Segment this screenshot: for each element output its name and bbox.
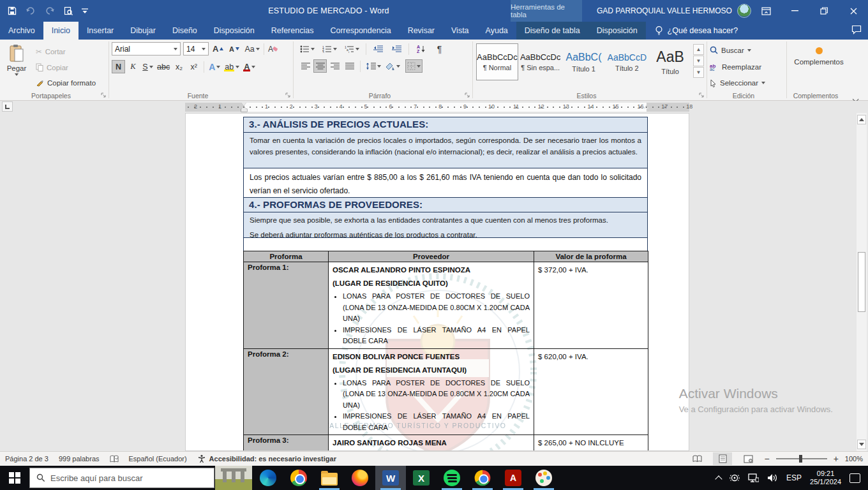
font-size-select[interactable]: 14 <box>183 42 209 56</box>
align-right-button[interactable] <box>328 59 341 73</box>
section4-heading-block[interactable]: 4.- PROFORMAS DE PROVEEDORES: <box>243 197 648 212</box>
row3-value[interactable]: $ 265,00 + NO INLCLUYE <box>534 435 648 452</box>
print-preview-icon[interactable] <box>64 6 73 15</box>
network-icon[interactable] <box>748 473 759 482</box>
line-spacing-button[interactable] <box>364 59 382 73</box>
clear-formatting-button[interactable]: A <box>267 42 280 56</box>
print-layout-button[interactable] <box>713 452 732 465</box>
taskbar-paint-app[interactable] <box>528 466 559 490</box>
row2-provider-cell[interactable]: EDISON BOLIVAR PONCE FUENTES (LUGAR DE R… <box>329 348 534 435</box>
vertical-scrollbar[interactable] <box>857 113 867 451</box>
copy-button[interactable]: Copiar <box>36 61 96 75</box>
minimize-button[interactable] <box>780 0 809 22</box>
row3-label[interactable]: Proforma 3: <box>244 435 329 452</box>
taskbar-clock[interactable]: 09:21 25/1/2024 <box>810 470 841 486</box>
borders-button[interactable] <box>405 59 423 73</box>
taskbar-acrobat[interactable]: A <box>498 466 528 490</box>
header-proveedor[interactable]: Proveedor <box>329 251 534 262</box>
tab-diseno[interactable]: Diseño <box>164 22 206 40</box>
tab-ayuda[interactable]: Ayuda <box>477 22 516 40</box>
scroll-down-button[interactable] <box>857 440 866 449</box>
tab-diseno-de-tabla[interactable]: Diseño de tabla <box>516 22 588 40</box>
taskbar-file-explorer[interactable] <box>314 466 345 490</box>
account-area[interactable]: GAD PARROQUIAL VALLE HERMOSO <box>597 0 751 22</box>
row2-label[interactable]: Proforma 2: <box>244 348 329 435</box>
row2-value[interactable]: $ 620,00 + IVA. <box>534 348 648 435</box>
style-sin-espaciado[interactable]: AaBbCcDc¶ Sin espa... <box>520 43 562 80</box>
find-button[interactable]: Buscar <box>710 43 784 57</box>
tab-stop-selector[interactable] <box>2 101 13 112</box>
increase-indent-button[interactable] <box>390 42 403 56</box>
proformas-table[interactable]: Proforma Proveedor Valor de la proforma … <box>243 251 648 451</box>
shrink-font-button[interactable]: A <box>227 42 241 56</box>
header-valor[interactable]: Valor de la proforma <box>534 251 648 262</box>
style-titulo[interactable]: AaBTítulo <box>649 43 691 80</box>
read-mode-button[interactable] <box>687 452 707 465</box>
zoom-slider-thumb[interactable] <box>799 455 802 463</box>
tab-disposicion-tabla[interactable]: Disposición <box>588 22 646 40</box>
save-icon[interactable] <box>8 6 17 15</box>
grow-font-button[interactable]: A <box>211 42 225 56</box>
taskbar-spotify[interactable] <box>437 466 467 490</box>
multilevel-list-button[interactable]: 1ai <box>343 42 361 56</box>
style-normal[interactable]: AaBbCcDc¶ Normal <box>476 43 518 80</box>
avatar[interactable] <box>737 4 751 18</box>
decrease-indent-button[interactable] <box>371 42 385 56</box>
align-left-button[interactable] <box>299 59 312 73</box>
styles-scroll-down[interactable]: ▼ <box>693 56 704 66</box>
taskbar-excel[interactable]: X <box>406 466 437 490</box>
scrollbar-thumb[interactable] <box>858 252 865 312</box>
section4-body-block[interactable]: Siempre que sea posible, se exhorta a la… <box>243 212 648 238</box>
sort-button[interactable]: AZ <box>414 42 428 56</box>
tell-me-box[interactable]: ¿Qué desea hacer? <box>646 22 747 40</box>
tab-dibujar[interactable]: Dibujar <box>122 22 164 40</box>
superscript-button[interactable]: x² <box>187 60 200 73</box>
taskbar-firefox[interactable] <box>345 466 375 490</box>
collapse-ribbon-icon[interactable] <box>855 93 863 98</box>
meet-now-icon[interactable] <box>730 473 740 482</box>
zoom-slider[interactable] <box>776 458 827 459</box>
fuente-dialog-launcher[interactable] <box>285 93 291 98</box>
tab-insertar[interactable]: Insertar <box>79 22 122 40</box>
feedback-icon[interactable] <box>851 25 862 34</box>
numbering-button[interactable]: 123 <box>321 42 338 56</box>
action-center-icon[interactable] <box>849 473 860 483</box>
accessibility-status[interactable]: Accesibilidad: es necesario investigar <box>197 454 336 463</box>
replace-button[interactable]: abacReemplazar <box>710 60 784 74</box>
restore-button[interactable] <box>809 0 839 22</box>
section3-body-block[interactable]: Tomar en cuenta la variación de precios … <box>243 132 648 168</box>
font-name-select[interactable]: Arial <box>112 42 181 56</box>
styles-scroll-up[interactable]: ▲ <box>693 44 704 55</box>
row3-provider-cell[interactable]: JAIRO SANTIAGO ROJAS MENA <box>329 435 534 452</box>
estilos-dialog-launcher[interactable] <box>699 93 705 98</box>
volume-icon[interactable] <box>767 473 778 482</box>
justify-button[interactable] <box>343 59 356 73</box>
blank-paragraph[interactable] <box>243 237 648 251</box>
font-color-button[interactable]: A <box>242 60 257 73</box>
show-marks-button[interactable]: ¶ <box>433 42 446 56</box>
page-indicator[interactable]: Página 2 de 3 <box>5 455 49 463</box>
header-proforma[interactable]: Proforma <box>244 251 329 262</box>
taskbar-search[interactable]: Escribe aquí para buscar <box>29 468 214 488</box>
zoom-in-button[interactable]: + <box>834 454 839 464</box>
start-button[interactable] <box>0 466 29 490</box>
shading-button[interactable] <box>384 59 401 73</box>
change-case-button[interactable]: Aa <box>243 42 260 56</box>
row1-value[interactable]: $ 372,00 + IVA. <box>534 262 648 349</box>
subscript-button[interactable]: x₂ <box>172 60 186 73</box>
zoom-level[interactable]: 100% <box>845 455 863 463</box>
style-titulo-2[interactable]: AaBbCcDTítulo 2 <box>606 43 648 80</box>
close-button[interactable] <box>839 0 868 22</box>
italic-button[interactable]: K <box>126 60 140 73</box>
zoom-out-button[interactable]: − <box>764 454 769 464</box>
web-layout-button[interactable] <box>738 452 758 465</box>
taskbar-edge[interactable] <box>253 466 283 490</box>
undo-icon[interactable] <box>26 7 36 15</box>
proofing-icon[interactable] <box>110 455 119 463</box>
style-titulo-1[interactable]: AaBbC(Título 1 <box>563 43 605 80</box>
language-indicator[interactable]: Español (Ecuador) <box>129 455 187 463</box>
tab-vista[interactable]: Vista <box>443 22 477 40</box>
parrafo-dialog-launcher[interactable] <box>465 93 470 98</box>
text-effects-button[interactable]: A <box>207 60 221 73</box>
strikethrough-button[interactable]: abc <box>156 60 171 73</box>
